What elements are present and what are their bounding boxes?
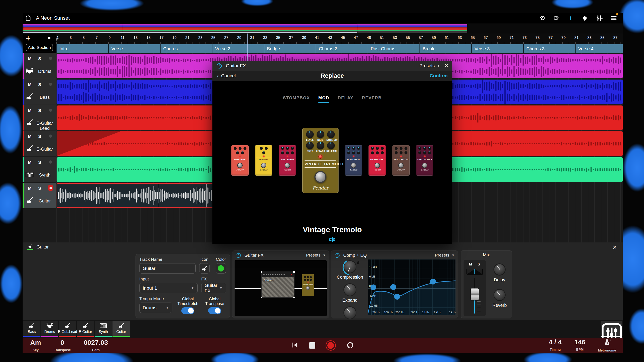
confirm-button[interactable]: Confirm	[430, 73, 448, 78]
transpose-display[interactable]: 0Transpose	[54, 339, 71, 352]
section-break[interactable]: Break	[420, 44, 471, 53]
audition-speaker-icon[interactable]	[212, 236, 452, 243]
tab-main[interactable]: Main	[601, 321, 622, 337]
tab-synth[interactable]: Synth	[94, 321, 112, 337]
redo-icon[interactable]	[553, 15, 560, 21]
stop-button[interactable]	[309, 342, 315, 349]
mute-button[interactable]: M	[28, 160, 32, 165]
overview-viewport[interactable]	[23, 24, 357, 33]
section-verse[interactable]: Verse	[108, 44, 160, 53]
tab-bass[interactable]: Bass	[23, 321, 40, 337]
fx-select[interactable]: Guitar FX▼	[201, 283, 226, 293]
pedal-small-room-reverb[interactable]: SMALL ROOM REVERBFender	[416, 145, 433, 176]
power-icon[interactable]	[216, 62, 222, 69]
song-overview[interactable]	[22, 23, 623, 33]
pedal-footswitch[interactable]	[314, 171, 326, 183]
section-bridge[interactable]: Bridge	[264, 44, 316, 53]
tuner-icon[interactable]	[582, 15, 588, 21]
close-icon[interactable]: ✕	[444, 62, 448, 69]
tempo-mode-select[interactable]: Drums▼	[139, 303, 172, 313]
section-lane[interactable]: IntroVerseChorusVerse 2BridgeChorus 2Pos…	[22, 44, 623, 53]
pedal-mono-delay[interactable]: MONO DELAYFender	[345, 145, 362, 176]
section-chorus-3[interactable]: Chorus 3	[523, 44, 575, 53]
reverb-send-knob[interactable]	[494, 289, 506, 301]
chain-pedal-graphic[interactable]: VINTAGE TREMOLO	[302, 274, 314, 296]
mute-button[interactable]: M	[469, 262, 472, 267]
power-icon[interactable]	[334, 252, 340, 258]
expand-knob[interactable]: Expand	[342, 283, 358, 303]
solo-button[interactable]: S	[38, 160, 41, 165]
track-header-drums[interactable]: MSDrums	[22, 53, 56, 79]
tab-drums[interactable]: Drums	[41, 321, 58, 337]
preview-speaker-icon[interactable]	[47, 35, 52, 41]
solo-button[interactable]: S	[38, 56, 41, 61]
modal-presets-button[interactable]: Presets▼	[420, 63, 440, 68]
record-arm-button[interactable]	[49, 109, 52, 112]
add-section-button[interactable]: Add Section	[26, 44, 53, 51]
record-arm-button[interactable]	[49, 83, 52, 86]
add-track-button[interactable]: +	[26, 34, 31, 42]
undo-icon[interactable]	[539, 15, 546, 21]
section-verse-3[interactable]: Verse 3	[471, 44, 523, 53]
mixer-icon[interactable]	[596, 15, 603, 21]
timing-display[interactable]: 4 / 4Timing	[549, 339, 562, 351]
tab-e-gui-lead[interactable]: E-Gui..Lead	[59, 321, 76, 337]
info-icon[interactable]: i	[567, 15, 574, 21]
track-header-synth[interactable]: MSSynth	[22, 157, 56, 182]
tab-guitar[interactable]: Guitar	[112, 321, 130, 337]
global-transpose-toggle[interactable]	[208, 307, 221, 314]
pedal-small-hall-reverb[interactable]: SMALL HALL REVERBFender	[392, 145, 410, 176]
timeline-ruler[interactable]: 1357911131517192123252729313335373941434…	[22, 33, 623, 44]
track-header-e-guitar-lead[interactable]: MSE-Guitar Lead	[22, 105, 56, 130]
fx-presets-button[interactable]: Presets▼	[306, 253, 326, 258]
solo-button[interactable]: S	[38, 82, 41, 87]
section-verse-4[interactable]: Verse 4	[575, 44, 623, 53]
comp-eq-presets-button[interactable]: Presets▼	[435, 253, 454, 258]
pedal-varifuzz[interactable]: VARIFUZZFender	[255, 145, 272, 176]
fx-chain-view[interactable]: Fender VINTAGE TREMOLO	[234, 260, 327, 316]
mute-button[interactable]: M	[28, 186, 32, 191]
track-icon-button[interactable]	[199, 263, 210, 274]
delay-send-knob[interactable]	[494, 264, 506, 276]
bpm-display[interactable]: 146BPM	[574, 339, 586, 351]
section-verse-2[interactable]: Verse 2	[212, 44, 264, 53]
pedal-tab-delay[interactable]: DELAY	[338, 95, 353, 103]
key-display[interactable]: AmKey	[30, 339, 41, 352]
section-post-chorus[interactable]: Post Chorus	[368, 44, 420, 53]
amp-graphic[interactable]: Fender	[261, 272, 294, 298]
solo-button[interactable]: S	[38, 108, 41, 113]
track-name-input[interactable]: Guitar	[139, 263, 196, 274]
input-select[interactable]: Input 1▼	[139, 283, 198, 293]
track-header-guitar[interactable]: MSGuitar	[22, 183, 56, 208]
eq-graph[interactable]: 18 dB12 dB6 dB0 dB-6 dB-12 dB50 Hz100 Hz…	[368, 259, 456, 315]
pedal-sine-chorus[interactable]: SINE CHORUSFender	[278, 145, 296, 176]
tab-e-guitar[interactable]: E-Guitar	[77, 321, 94, 337]
mute-button[interactable]: M	[28, 56, 32, 61]
global-timestretch-toggle[interactable]	[181, 307, 194, 314]
section-chorus-2[interactable]: Chorus 2	[316, 44, 368, 53]
pedal-tab-stompbox[interactable]: STOMPBOX	[283, 95, 310, 103]
pedal-selected-vintage-tremolo[interactable]: LEVELRATENOTE DIVDUTYATTACKRELEASEVINTAG…	[302, 128, 338, 193]
solo-button[interactable]: S	[38, 134, 41, 139]
skip-back-icon[interactable]	[291, 341, 299, 350]
pan-control[interactable]	[466, 269, 483, 275]
track-header-e-guitar[interactable]: MSE-Guitar	[22, 131, 56, 156]
section-intro[interactable]: Intro	[56, 44, 108, 53]
volume-fader[interactable]	[471, 289, 479, 300]
pedal-tab-mod[interactable]: MOD	[318, 95, 330, 103]
home-icon[interactable]	[25, 15, 31, 21]
menu-icon[interactable]	[610, 15, 617, 21]
mute-button[interactable]: M	[28, 108, 32, 113]
solo-button[interactable]: S	[38, 186, 41, 191]
mute-button[interactable]: M	[28, 82, 32, 87]
record-arm-button[interactable]	[48, 185, 53, 191]
solo-button[interactable]: S	[478, 262, 480, 267]
record-arm-button[interactable]	[49, 57, 52, 60]
track-header-bass[interactable]: MSBass	[22, 79, 56, 105]
mute-button[interactable]: M	[28, 134, 32, 139]
metronome-button[interactable]: Metronome	[598, 339, 616, 352]
record-arm-button[interactable]	[49, 134, 52, 138]
pedal-stereo-tape-delay[interactable]: STEREO TAPE DELAYFender	[368, 145, 386, 176]
record-button[interactable]	[326, 340, 336, 351]
pedal-tab-reverb[interactable]: REVERB	[362, 95, 382, 103]
